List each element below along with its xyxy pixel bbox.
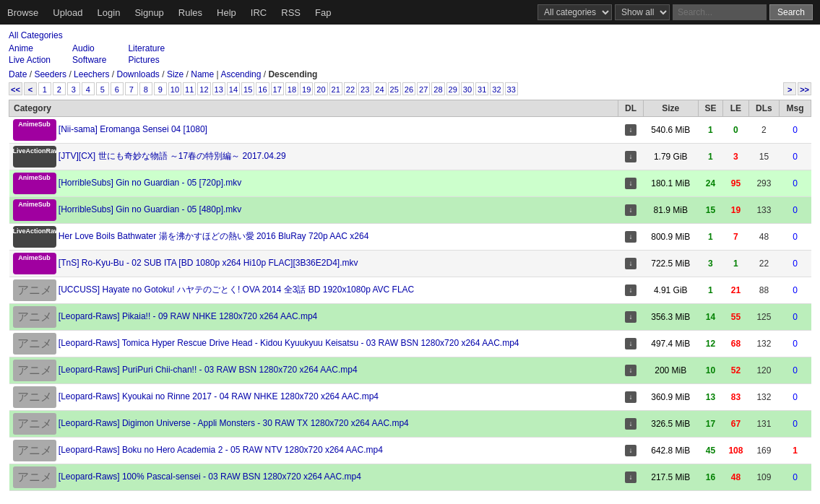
nav-irc[interactable]: IRC	[251, 7, 267, 18]
torrent-title-link[interactable]: [Leopard-Raws] Boku no Hero Academia 2 -…	[59, 445, 383, 455]
torrent-title-link[interactable]: [UCCUSS] Hayate no Gotoku! ハヤテのごとく! OVA …	[59, 284, 414, 295]
cat-audio[interactable]: Audio	[72, 43, 106, 53]
download-icon[interactable]: ↓	[625, 365, 636, 376]
sort-size[interactable]: Size	[167, 69, 184, 79]
page-31[interactable]: 31	[475, 82, 488, 95]
category-badge: アニメ	[13, 360, 56, 381]
cat-pictures[interactable]: Pictures	[128, 55, 165, 65]
download-icon[interactable]: ↓	[625, 445, 636, 456]
page-22[interactable]: 22	[344, 82, 357, 95]
nav-login[interactable]: Login	[98, 7, 121, 18]
torrent-title-link[interactable]: [HorribleSubs] Gin no Guardian - 05 [480…	[59, 204, 241, 214]
download-icon[interactable]: ↓	[625, 231, 636, 243]
torrent-title-link[interactable]: [Leopard-Raws] 100% Pascal-sensei - 03 R…	[59, 472, 361, 482]
page-6[interactable]: 6	[111, 82, 124, 95]
cell-leechers: 1	[723, 251, 749, 277]
page-11[interactable]: 11	[183, 82, 196, 95]
all-categories-link[interactable]: All Categories	[9, 30, 811, 40]
page-4[interactable]: 4	[82, 82, 95, 95]
page-17[interactable]: 17	[271, 82, 284, 95]
torrent-title-link[interactable]: [Leopard-Raws] Kyoukai no Rinne 2017 - 0…	[59, 391, 379, 401]
page-19[interactable]: 19	[300, 82, 313, 95]
torrent-title-link[interactable]: [Nii-sama] Eromanga Sensei 04 [1080]	[59, 124, 207, 134]
download-icon[interactable]: ↓	[625, 258, 636, 269]
page-29[interactable]: 29	[446, 82, 459, 95]
page-12[interactable]: 12	[197, 82, 210, 95]
download-icon[interactable]: ↓	[625, 204, 636, 216]
page-1[interactable]: 1	[38, 82, 51, 95]
cat-software[interactable]: Software	[72, 55, 106, 65]
page-32[interactable]: 32	[490, 82, 503, 95]
page-21[interactable]: 21	[329, 82, 342, 95]
torrent-title-link[interactable]: [HorribleSubs] Gin no Guardian - 05 [720…	[59, 178, 241, 188]
download-icon[interactable]: ↓	[625, 311, 636, 323]
page-10[interactable]: 10	[168, 82, 181, 95]
header-size: Size	[643, 100, 698, 117]
download-icon[interactable]: ↓	[625, 284, 636, 296]
nav-upload[interactable]: Upload	[53, 7, 82, 18]
sort-ascending[interactable]: Ascending	[220, 69, 261, 79]
page-last[interactable]: >>	[798, 82, 811, 95]
cat-live-action[interactable]: Live Action	[9, 55, 51, 65]
page-16[interactable]: 16	[256, 82, 269, 95]
torrent-title-link[interactable]: [Leopard-Raws] PuriPuri Chii-chan!! - 03…	[59, 365, 358, 375]
cat-literature[interactable]: Literature	[128, 43, 165, 53]
nav-signup[interactable]: Signup	[134, 7, 163, 18]
page-3[interactable]: 3	[67, 82, 80, 95]
nav-fap[interactable]: Fap	[315, 7, 331, 18]
category-select[interactable]: All categories	[538, 4, 612, 20]
sort-leechers[interactable]: Leechers	[74, 69, 109, 79]
sort-name[interactable]: Name	[191, 69, 214, 79]
page-27[interactable]: 27	[417, 82, 430, 95]
nav-browse[interactable]: Browse	[7, 7, 38, 18]
sort-seeders[interactable]: Seeders	[34, 69, 66, 79]
page-24[interactable]: 24	[373, 82, 386, 95]
nav-rules[interactable]: Rules	[178, 7, 202, 18]
torrent-title-link[interactable]: [Leopard-Raws] Pikaia!! - 09 RAW NHKE 12…	[59, 311, 317, 321]
torrent-title-link[interactable]: [TnS] Ro-Kyu-Bu - 02 SUB ITA [BD 1080p x…	[59, 258, 358, 268]
page-13[interactable]: 13	[212, 82, 225, 95]
page-25[interactable]: 25	[388, 82, 401, 95]
page-14[interactable]: 14	[227, 82, 240, 95]
page-9[interactable]: 9	[154, 82, 167, 95]
search-input[interactable]	[673, 4, 767, 20]
download-icon[interactable]: ↓	[625, 472, 636, 483]
page-23[interactable]: 23	[358, 82, 371, 95]
torrent-title-link[interactable]: [Leopard-Raws] Tomica Hyper Rescue Drive…	[59, 338, 519, 348]
nav-rss[interactable]: RSS	[281, 7, 301, 18]
page-first[interactable]: <<	[9, 82, 22, 95]
nav-help[interactable]: Help	[217, 7, 236, 18]
page-7[interactable]: 7	[125, 82, 138, 95]
torrent-title-link[interactable]: Her Love Boils Bathwater 湯を沸かすほどの熱い愛 201…	[59, 231, 369, 241]
cell-size: 356.3 MiB	[643, 304, 698, 331]
page-30[interactable]: 30	[461, 82, 474, 95]
sort-date[interactable]: Date	[9, 69, 27, 79]
cell-downloads: 22	[748, 251, 779, 277]
page-next[interactable]: >	[783, 82, 796, 95]
cell-dl: ↓	[618, 224, 643, 251]
page-15[interactable]: 15	[241, 82, 254, 95]
sort-downloads[interactable]: Downloads	[116, 69, 159, 79]
download-icon[interactable]: ↓	[625, 151, 636, 162]
page-33[interactable]: 33	[505, 82, 518, 95]
page-20[interactable]: 20	[314, 82, 327, 95]
torrent-title-link[interactable]: [JTV][CX] 世にも奇妙な物語 ～17春の特別編～ 2017.04.29	[59, 151, 286, 161]
page-8[interactable]: 8	[139, 82, 152, 95]
download-icon[interactable]: ↓	[625, 124, 636, 136]
torrent-title-link[interactable]: [Leopard-Raws] Digimon Universe - Appli …	[59, 418, 409, 428]
download-icon[interactable]: ↓	[625, 338, 636, 349]
cat-anime[interactable]: Anime	[9, 43, 51, 53]
page-5[interactable]: 5	[96, 82, 109, 95]
search-button[interactable]: Search	[769, 4, 813, 20]
cell-leechers: 55	[723, 304, 749, 331]
download-icon[interactable]: ↓	[625, 391, 636, 403]
download-icon[interactable]: ↓	[625, 418, 636, 430]
page-26[interactable]: 26	[402, 82, 415, 95]
page-18[interactable]: 18	[285, 82, 298, 95]
page-28[interactable]: 28	[431, 82, 444, 95]
download-icon[interactable]: ↓	[625, 178, 636, 189]
page-2[interactable]: 2	[53, 82, 66, 95]
table-row: アニメ [UCCUSS] Hayate no Gotoku! ハヤテのごとく! …	[9, 277, 811, 304]
page-prev[interactable]: <	[24, 82, 37, 95]
show-select[interactable]: Show all	[615, 4, 670, 20]
